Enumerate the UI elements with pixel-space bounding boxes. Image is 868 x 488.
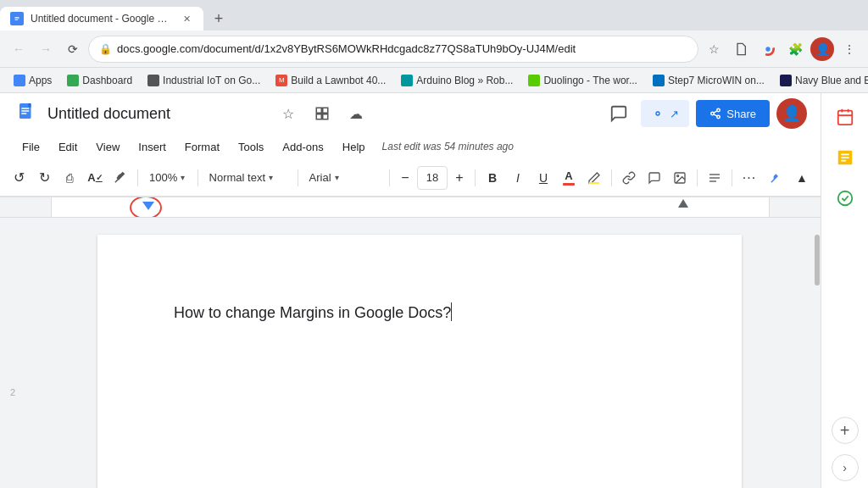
insert-link-button[interactable] (617, 165, 641, 191)
toolbar-separator-2 (198, 169, 198, 186)
menu-format[interactable]: Format (176, 135, 228, 158)
extensions-button[interactable]: 🧩 (783, 37, 807, 61)
reload-button[interactable]: ⟳ (61, 37, 85, 61)
insert-image-button[interactable] (668, 165, 692, 191)
toolbar-separator-6 (611, 169, 612, 186)
menu-addons[interactable]: Add-ons (274, 135, 331, 158)
address-bar[interactable]: 🔒 docs.google.com/document/d/1x2v8YBytRS… (88, 36, 698, 63)
bookmark-arduino[interactable]: Arduino Blog » Rob... (394, 71, 520, 90)
docs-title-bar: Untitled document ☆ ☁ (0, 93, 821, 134)
insert-comment-button[interactable] (643, 165, 666, 191)
bookmark-industrial[interactable]: Industrial IoT on Go... (141, 71, 267, 90)
more-toolbar-button[interactable]: ··· (737, 165, 761, 191)
user-avatar[interactable]: 👤 (776, 98, 807, 129)
bookmark-navy-label: Navy Blue and Blac... (795, 75, 868, 86)
highlight-color-button[interactable] (582, 165, 606, 191)
scroll-thumb[interactable] (815, 235, 820, 286)
bookmarks-bar: Apps Dashboard Industrial IoT on Go... M… (0, 68, 868, 93)
expand-area: › (832, 454, 859, 481)
right-margin-marker[interactable] (678, 199, 688, 208)
zoom-value: 100% (149, 171, 177, 184)
zoom-selector[interactable]: 100% ▾ (143, 165, 192, 191)
calendar-sidebar-button[interactable] (828, 100, 862, 134)
bookmark-apps[interactable]: Apps (7, 71, 58, 90)
svg-point-24 (677, 175, 679, 176)
bookmark-duolingo-label: Duolingo - The wor... (543, 75, 637, 86)
bookmark-duolingo[interactable]: Duolingo - The wor... (521, 71, 644, 90)
document-scroll-area[interactable]: How to change Margins in Google Docs? (25, 218, 814, 488)
redo-button[interactable]: ↻ (32, 165, 56, 191)
text-color-button[interactable]: A (557, 165, 581, 191)
history-icon-label: ↗ (670, 108, 679, 120)
toolbar-separator-8 (732, 169, 732, 186)
spell-check-button[interactable]: A✓ (83, 165, 107, 191)
svg-rect-14 (316, 114, 321, 119)
svg-point-18 (711, 112, 715, 115)
style-dropdown-arrow: ▾ (269, 173, 273, 182)
paint-format-button[interactable] (108, 165, 132, 191)
bookmark-dashboard[interactable]: Dashboard (60, 71, 139, 90)
style-selector[interactable]: Normal text ▾ (203, 165, 292, 191)
doc-area-wrapper: 2 How to change Margins in Google Docs? (0, 218, 821, 488)
collapse-toolbar-button[interactable]: ▲ (790, 165, 814, 191)
menu-help[interactable]: Help (334, 135, 374, 158)
bookmark-star-button[interactable]: ☆ (702, 37, 726, 61)
tasks-sidebar-button[interactable] (828, 181, 862, 215)
increase-font-size-button[interactable]: + (449, 166, 470, 190)
page-number-2: 2 (10, 387, 15, 397)
edit-history-button[interactable]: ↗ (641, 100, 689, 127)
star-button[interactable]: ☆ (275, 100, 302, 127)
forward-button[interactable]: → (34, 37, 58, 61)
underline-button[interactable]: U (531, 165, 555, 191)
alignment-button[interactable] (703, 165, 726, 191)
svg-line-21 (714, 111, 717, 113)
tab-favicon (10, 12, 24, 25)
chrome-icon-button[interactable] (756, 37, 780, 61)
tab-marker-down (142, 202, 154, 210)
add-sidebar-button[interactable]: + (832, 417, 859, 444)
save-to-drive-button[interactable] (729, 37, 753, 61)
new-tab-button[interactable]: + (207, 7, 231, 30)
bold-button[interactable]: B (481, 165, 504, 191)
document-content[interactable]: How to change Margins in Google Docs? (174, 302, 665, 322)
undo-button[interactable]: ↺ (7, 165, 31, 191)
chrome-menu-button[interactable]: ⋮ (837, 37, 861, 61)
tab-stop-indicator[interactable] (142, 202, 154, 210)
notes-sidebar-button[interactable] (828, 141, 862, 175)
menu-view[interactable]: View (87, 135, 128, 158)
svg-point-19 (717, 115, 721, 119)
italic-button[interactable]: I (506, 165, 530, 191)
back-button[interactable]: ← (7, 37, 31, 61)
cloud-save-button[interactable]: ☁ (342, 100, 370, 127)
comments-button[interactable] (604, 98, 634, 129)
font-size-input[interactable] (417, 166, 448, 190)
document-page[interactable]: How to change Margins in Google Docs? (97, 235, 742, 488)
print-button[interactable]: ⎙ (58, 165, 81, 191)
bookmark-step7[interactable]: Step7 MicroWIN on... (646, 71, 771, 90)
decrease-font-size-button[interactable]: − (395, 166, 415, 190)
text-color-indicator: A (563, 169, 575, 186)
docs-action-buttons: ↗ Share 👤 (604, 98, 807, 129)
active-tab[interactable]: Untitled document - Google Doc... ✕ (0, 7, 203, 30)
tab-close-button[interactable]: ✕ (180, 12, 193, 25)
svg-rect-13 (323, 108, 328, 113)
svg-rect-9 (21, 113, 26, 114)
menu-insert[interactable]: Insert (130, 135, 175, 158)
move-button[interactable] (309, 100, 336, 127)
bookmark-navy[interactable]: Navy Blue and Blac... (773, 71, 868, 90)
expand-panel-button[interactable]: › (832, 454, 859, 481)
menu-tools[interactable]: Tools (230, 135, 272, 158)
bookmark-make[interactable]: M Build a Lawnbot 40... (269, 71, 392, 90)
vertical-scrollbar[interactable] (814, 218, 821, 488)
menu-edit[interactable]: Edit (50, 135, 86, 158)
profile-button[interactable]: 👤 (810, 37, 834, 61)
menu-file[interactable]: File (14, 135, 48, 158)
font-size-area: − + (395, 166, 470, 190)
share-button[interactable]: Share (696, 100, 770, 127)
page-number-sidebar: 2 (0, 218, 25, 488)
font-selector[interactable]: Arial ▾ (303, 165, 384, 191)
svg-point-17 (717, 108, 721, 112)
paint-icon-button[interactable] (765, 165, 788, 191)
docs-toolbar: ↺ ↻ ⎙ A✓ 100% ▾ Normal text (0, 159, 821, 197)
docs-document-title[interactable]: Untitled document (47, 105, 268, 123)
